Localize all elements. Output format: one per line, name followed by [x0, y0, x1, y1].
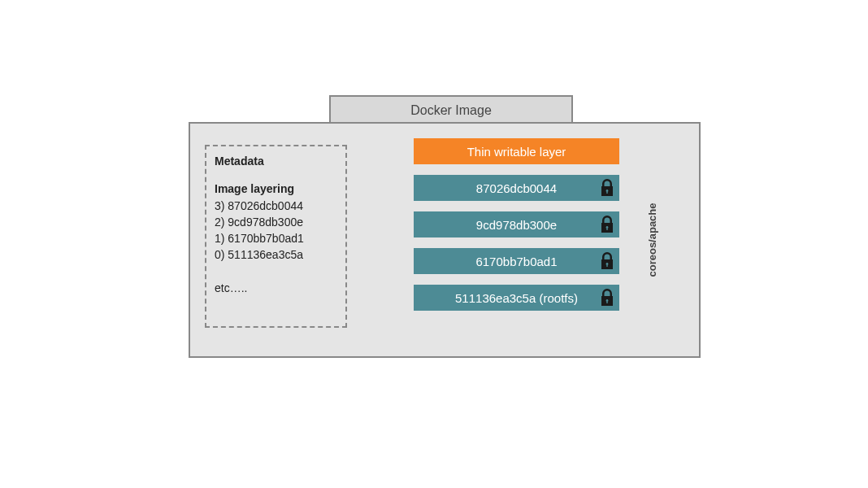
lock-icon [600, 178, 614, 198]
metadata-heading: Metadata [215, 153, 337, 169]
metadata-etc: etc….. [215, 280, 337, 296]
layer-label: 511136ea3c5a (rootfs) [455, 291, 578, 305]
lock-icon [600, 215, 614, 234]
metadata-box: Metadata Image layering 3) 87026dcb0044 … [205, 145, 347, 328]
image-layer: 9cd978db300e [414, 211, 619, 237]
layers-stack: Thin writable layer 87026dcb0044 9cd978d… [414, 138, 619, 311]
lock-icon [600, 251, 614, 271]
metadata-item: 1) 6170bb7b0ad1 [215, 230, 337, 246]
layer-label: Thin writable layer [467, 145, 566, 159]
docker-image-container: Metadata Image layering 3) 87026dcb0044 … [189, 122, 701, 358]
metadata-item: 0) 511136ea3c5a [215, 246, 337, 263]
metadata-item: 3) 87026dcb0044 [215, 198, 337, 214]
image-name-label: coreos/apache [646, 203, 658, 277]
docker-image-title: Docker Image [410, 103, 492, 118]
image-layer: 6170bb7b0ad1 [414, 248, 619, 274]
layer-label: 9cd978db300e [476, 218, 557, 232]
image-layer-rootfs: 511136ea3c5a (rootfs) [414, 285, 619, 311]
writable-layer: Thin writable layer [414, 138, 619, 164]
metadata-item: 2) 9cd978db300e [215, 214, 337, 230]
image-layering-heading: Image layering [215, 181, 337, 197]
lock-icon [600, 288, 614, 307]
layer-label: 87026dcb0044 [476, 181, 557, 195]
layer-label: 6170bb7b0ad1 [475, 255, 557, 268]
image-layer: 87026dcb0044 [414, 175, 619, 201]
